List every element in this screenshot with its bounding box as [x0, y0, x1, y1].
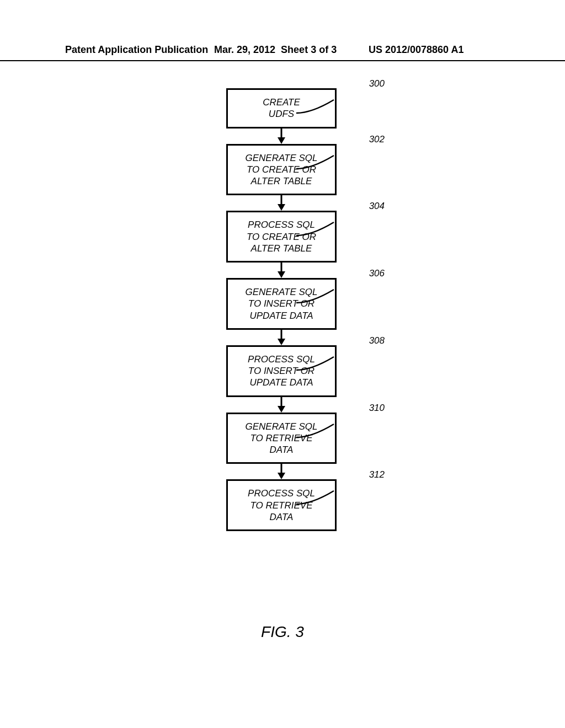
box-line: PROCESS SQL	[248, 488, 315, 499]
box-line: UDFS	[269, 109, 294, 119]
box-line: DATA	[270, 512, 294, 522]
figure-caption: FIG. 3	[0, 623, 565, 641]
flow-step-304: 304 PROCESS SQL TO CREATE OR ALTER TABLE	[171, 211, 392, 263]
box-line: ALTER TABLE	[251, 243, 312, 254]
ref-label: 302	[369, 133, 385, 145]
arrow-down-icon	[226, 464, 337, 479]
box-line: GENERATE SQL	[246, 287, 318, 297]
box-line: ALTER TABLE	[251, 176, 312, 186]
ref-label: 304	[369, 200, 385, 212]
leader-line	[295, 98, 339, 114]
box-line: DATA	[270, 445, 294, 455]
flow-box: 312 PROCESS SQL TO RETRIEVE DATA	[226, 479, 337, 531]
arrow-down-icon	[226, 263, 337, 278]
svg-marker-3	[278, 204, 285, 211]
flow-step-312: 312 PROCESS SQL TO RETRIEVE DATA	[171, 479, 392, 531]
svg-marker-9	[278, 406, 285, 413]
box-line: PROCESS SQL	[248, 354, 315, 365]
flow-box: 310 GENERATE SQL TO RETRIEVE DATA	[226, 413, 337, 464]
box-line: TO INSERT OR	[248, 366, 315, 376]
box-line: TO RETRIEVE	[250, 500, 312, 511]
arrow-down-icon	[226, 195, 337, 211]
svg-marker-1	[278, 137, 285, 144]
arrow-down-icon	[226, 330, 337, 345]
box-line: GENERATE SQL	[246, 153, 318, 163]
box-line: UPDATE DATA	[249, 311, 313, 321]
flow-box: 308 PROCESS SQL TO INSERT OR UPDATE DATA	[226, 345, 337, 397]
box-line: TO CREATE OR	[247, 232, 316, 242]
ref-label: 308	[369, 335, 385, 346]
box-line: CREATE	[263, 97, 300, 108]
flow-box: 300 CREATE UDFS	[226, 88, 337, 129]
ref-label: 310	[369, 402, 385, 414]
box-line: UPDATE DATA	[249, 377, 313, 388]
header-date-sheet: Mar. 29, 2012 Sheet 3 of 3	[214, 44, 369, 56]
flowchart: 300 CREATE UDFS 302 GENERATE SQL TO CREA…	[171, 88, 392, 531]
ref-label: 312	[369, 469, 385, 480]
box-line: TO CREATE OR	[247, 164, 316, 175]
ref-label: 300	[369, 78, 385, 89]
flow-step-302: 302 GENERATE SQL TO CREATE OR ALTER TABL…	[171, 144, 392, 196]
ref-label: 306	[369, 267, 385, 279]
flow-step-300: 300 CREATE UDFS	[171, 88, 392, 129]
flow-step-308: 308 PROCESS SQL TO INSERT OR UPDATE DATA	[171, 345, 392, 397]
flow-step-310: 310 GENERATE SQL TO RETRIEVE DATA	[171, 413, 392, 464]
header-pubno: US 2012/0078860 A1	[369, 44, 463, 56]
flow-step-306: 306 GENERATE SQL TO INSERT OR UPDATE DAT…	[171, 278, 392, 330]
svg-marker-11	[278, 473, 285, 479]
flow-box: 306 GENERATE SQL TO INSERT OR UPDATE DAT…	[226, 278, 337, 330]
box-line: PROCESS SQL	[248, 220, 315, 230]
arrow-down-icon	[226, 397, 337, 413]
arrow-down-icon	[226, 129, 337, 144]
header-sheet: Sheet 3 of 3	[281, 44, 337, 55]
header-date: Mar. 29, 2012	[214, 44, 275, 55]
page-header: Patent Application Publication Mar. 29, …	[0, 44, 565, 61]
svg-marker-7	[278, 339, 285, 345]
svg-marker-5	[278, 271, 285, 278]
flow-box: 302 GENERATE SQL TO CREATE OR ALTER TABL…	[226, 144, 337, 196]
header-publication-type: Patent Application Publication	[65, 44, 214, 56]
box-line: GENERATE SQL	[246, 421, 318, 432]
box-line: TO INSERT OR	[248, 298, 315, 309]
box-line: TO RETRIEVE	[250, 433, 312, 443]
flow-box: 304 PROCESS SQL TO CREATE OR ALTER TABLE	[226, 211, 337, 263]
